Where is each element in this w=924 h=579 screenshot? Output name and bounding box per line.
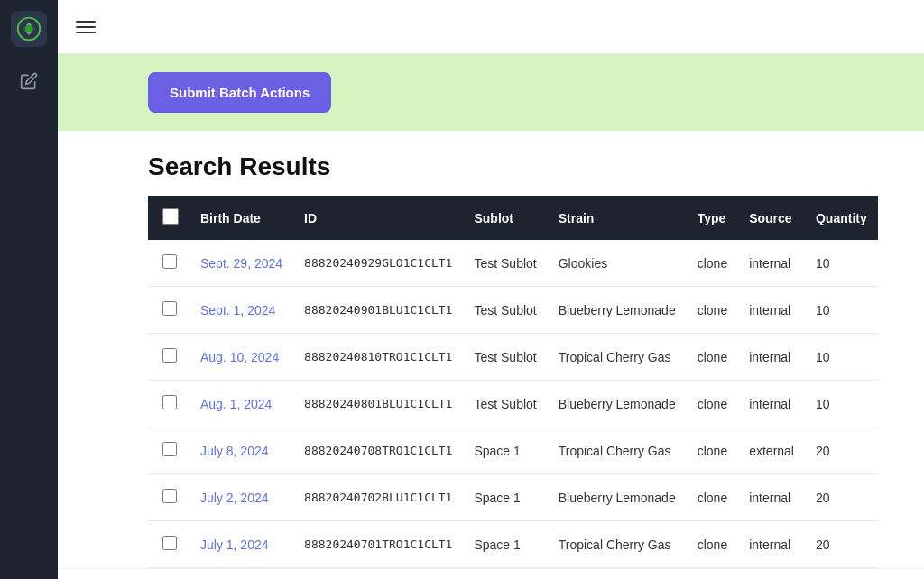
table-row: July 1, 2024 88820240701TRO1C1CLT1 Space… <box>148 521 878 568</box>
row-type: clone <box>687 381 738 427</box>
search-results-title: Search Results <box>148 152 834 181</box>
col-birth-date: Birth Date <box>189 196 293 240</box>
batch-action-bar: Submit Batch Actions <box>58 54 924 131</box>
row-birth-date: Aug. 1, 2024 <box>189 381 293 427</box>
search-results-section: Search Results Birth Date ID Sublot Stra… <box>58 131 924 568</box>
table-row: Sept. 1, 2024 88820240901BLU1C1CLT1 Test… <box>148 287 878 334</box>
row-checkbox-cell[interactable] <box>148 521 189 568</box>
col-type: Type <box>687 196 738 240</box>
col-quantity: Quantity <box>805 196 878 240</box>
row-type: clone <box>687 287 738 334</box>
select-all-header <box>148 196 189 240</box>
col-source: Source <box>738 196 805 240</box>
row-sublot: Space 1 <box>463 521 547 568</box>
row-strain: Blueberry Lemonade <box>548 287 687 334</box>
row-sublot: Test Sublot <box>463 334 547 381</box>
sidebar-edit-icon[interactable] <box>13 65 45 97</box>
row-source: internal <box>738 474 805 521</box>
row-type: clone <box>687 427 738 474</box>
row-checkbox[interactable] <box>162 489 177 503</box>
row-sublot: Test Sublot <box>463 240 547 287</box>
row-checkbox[interactable] <box>162 348 177 363</box>
hamburger-menu-icon[interactable] <box>76 21 96 33</box>
table-row: July 2, 2024 88820240702BLU1C1CLT1 Space… <box>148 474 878 521</box>
row-type: clone <box>687 334 738 381</box>
submit-batch-button[interactable]: Submit Batch Actions <box>148 72 331 113</box>
row-sublot: Test Sublot <box>463 287 547 334</box>
row-id: 88820240810TRO1C1CLT1 <box>293 334 463 381</box>
col-id: ID <box>293 196 463 240</box>
row-id: 88820240702BLU1C1CLT1 <box>293 474 463 521</box>
table-row: Sept. 29, 2024 88820240929GLO1C1CLT1 Tes… <box>148 240 878 287</box>
row-type: clone <box>687 240 738 287</box>
row-strain: Tropical Cherry Gas <box>548 427 687 474</box>
row-quantity: 10 <box>805 334 878 381</box>
table-row: Aug. 1, 2024 88820240801BLU1C1CLT1 Test … <box>148 381 878 427</box>
row-checkbox-cell[interactable] <box>148 240 189 287</box>
row-sublot: Space 1 <box>463 427 547 474</box>
row-strain: Tropical Cherry Gas <box>548 521 687 568</box>
row-birth-date: Sept. 29, 2024 <box>189 240 293 287</box>
row-checkbox[interactable] <box>162 301 177 316</box>
row-birth-date: July 1, 2024 <box>189 521 293 568</box>
row-source: internal <box>738 240 805 287</box>
row-checkbox[interactable] <box>162 442 177 456</box>
sidebar <box>0 0 58 579</box>
scroll-area: Submit Batch Actions Search Results Birt… <box>58 54 924 579</box>
col-strain: Strain <box>548 196 687 240</box>
row-id: 88820240801BLU1C1CLT1 <box>293 381 463 427</box>
row-birth-date: Sept. 1, 2024 <box>189 287 293 334</box>
table-body: Sept. 29, 2024 88820240929GLO1C1CLT1 Tes… <box>148 240 878 568</box>
row-strain: Glookies <box>548 240 687 287</box>
row-sublot: Test Sublot <box>463 381 547 427</box>
row-quantity: 10 <box>805 287 878 334</box>
row-source: internal <box>738 521 805 568</box>
top-bar <box>58 0 924 54</box>
row-checkbox-cell[interactable] <box>148 334 189 381</box>
row-checkbox[interactable] <box>162 395 177 409</box>
footer: 2024 © Just A Seed Consulting LLC <box>58 568 924 579</box>
results-table: Birth Date ID Sublot Strain Type Source … <box>148 196 878 568</box>
row-id: 88820240929GLO1C1CLT1 <box>293 240 463 287</box>
row-strain: Tropical Cherry Gas <box>548 334 687 381</box>
select-all-checkbox[interactable] <box>162 208 179 225</box>
row-birth-date: Aug. 10, 2024 <box>189 334 293 381</box>
row-source: internal <box>738 381 805 427</box>
row-quantity: 10 <box>805 381 878 427</box>
row-checkbox[interactable] <box>162 254 177 269</box>
row-quantity: 20 <box>805 427 878 474</box>
row-id: 88820240901BLU1C1CLT1 <box>293 287 463 334</box>
table-header-row: Birth Date ID Sublot Strain Type Source … <box>148 196 878 240</box>
row-sublot: Space 1 <box>463 474 547 521</box>
row-checkbox-cell[interactable] <box>148 474 189 521</box>
row-checkbox-cell[interactable] <box>148 381 189 427</box>
row-birth-date: July 8, 2024 <box>189 427 293 474</box>
col-sublot: Sublot <box>463 196 547 240</box>
row-type: clone <box>687 474 738 521</box>
row-source: external <box>738 427 805 474</box>
row-quantity: 10 <box>805 240 878 287</box>
row-birth-date: July 2, 2024 <box>189 474 293 521</box>
row-quantity: 20 <box>805 521 878 568</box>
row-strain: Blueberry Lemonade <box>548 474 687 521</box>
main-content: Submit Batch Actions Search Results Birt… <box>58 0 924 579</box>
row-strain: Blueberry Lemonade <box>548 381 687 427</box>
table-row: July 8, 2024 88820240708TRO1C1CLT1 Space… <box>148 427 878 474</box>
row-type: clone <box>687 521 738 568</box>
sidebar-logo[interactable] <box>11 11 47 47</box>
table-row: Aug. 10, 2024 88820240810TRO1C1CLT1 Test… <box>148 334 878 381</box>
row-checkbox-cell[interactable] <box>148 427 189 474</box>
row-id: 88820240701TRO1C1CLT1 <box>293 521 463 568</box>
row-source: internal <box>738 287 805 334</box>
row-source: internal <box>738 334 805 381</box>
row-checkbox[interactable] <box>162 536 177 550</box>
row-quantity: 20 <box>805 474 878 521</box>
row-checkbox-cell[interactable] <box>148 287 189 334</box>
row-id: 88820240708TRO1C1CLT1 <box>293 427 463 474</box>
